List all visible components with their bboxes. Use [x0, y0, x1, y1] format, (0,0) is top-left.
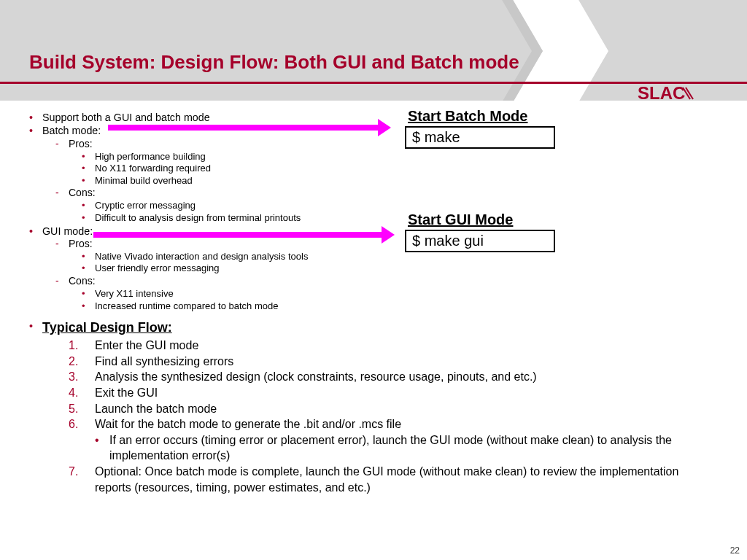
batch-con-2: Difficult to analysis design from termin…	[82, 212, 718, 225]
batch-mode-command: $ make	[405, 126, 555, 149]
gui-pro-1: Native Vivado interaction and design ana…	[82, 251, 718, 263]
batch-pro-1: High performance building	[82, 151, 718, 163]
batch-pro-2: No X11 forwarding required	[82, 163, 718, 175]
slide-title: Build System: Design Flow: Both GUI and …	[29, 51, 519, 74]
gui-mode-command: $ make gui	[405, 230, 555, 252]
gui-con-2: Increased runtime compared to batch mode	[82, 300, 718, 313]
flow-steps: Enter the GUI mode Find all synthesizing…	[69, 338, 718, 495]
flow-section: Typical Design Flow: Enter the GUI mode …	[29, 319, 718, 495]
batch-mode-box: Start Batch Mode $ make	[405, 108, 555, 149]
chevron-decoration	[448, 0, 667, 101]
gui-mode-box: Start GUI Mode $ make gui	[405, 211, 555, 252]
gui-cons-label: Cons: Very X11 intensive Increased runti…	[55, 275, 718, 312]
svg-text:SLAC: SLAC	[638, 85, 685, 101]
batch-pro-3: Minimal build overhead	[82, 175, 718, 187]
main-bullets: Support both a GUI and batch mode Batch …	[29, 111, 718, 312]
flow-step-6: Wait for the batch mode to generate the …	[69, 416, 718, 464]
flow-title-bullet: Typical Design Flow: Enter the GUI mode …	[29, 319, 718, 495]
bullet-batch-mode: Batch mode: Pros: High performance build…	[29, 124, 718, 224]
header-band: Build System: Design Flow: Both GUI and …	[0, 0, 747, 101]
batch-con-1: Cryptic error messaging	[82, 200, 718, 212]
page-number: 22	[730, 545, 740, 556]
slac-logo: SLAC	[638, 85, 725, 101]
gui-con-1: Very X11 intensive	[82, 288, 718, 300]
flow-step-2: Find all synthesizing errors	[69, 354, 718, 370]
gui-mode-title: Start GUI Mode	[408, 211, 555, 228]
svg-marker-0	[492, 0, 608, 101]
flow-step-4: Exit the GUI	[69, 385, 718, 401]
flow-step-5: Launch the batch mode	[69, 401, 718, 417]
bullet-batch-mode-label: Batch mode:	[42, 125, 101, 136]
flow-step-1: Enter the GUI mode	[69, 338, 718, 354]
slide-content: Support both a GUI and batch mode Batch …	[0, 101, 747, 495]
flow-title: Typical Design Flow:	[42, 320, 172, 335]
flow-step-3: Analysis the synthesized design (clock c…	[69, 369, 718, 385]
gui-pro-2: User friendly error messaging	[82, 262, 718, 275]
batch-pros-label: Pros: High performance building No X11 f…	[55, 138, 718, 187]
bullet-gui-mode-label: GUI mode:	[42, 225, 93, 237]
arrow-to-batch	[108, 125, 378, 131]
title-underline	[0, 82, 747, 84]
flow-step-6-sub: If an error occurs (timing error or plac…	[95, 432, 718, 464]
arrow-to-gui	[93, 232, 382, 238]
flow-step-7: Optional: Once batch mode is complete, l…	[69, 464, 718, 495]
batch-mode-title: Start Batch Mode	[408, 108, 555, 125]
batch-cons-label: Cons: Cryptic error messaging Difficult …	[55, 187, 718, 224]
bullet-support: Support both a GUI and batch mode	[29, 111, 718, 124]
